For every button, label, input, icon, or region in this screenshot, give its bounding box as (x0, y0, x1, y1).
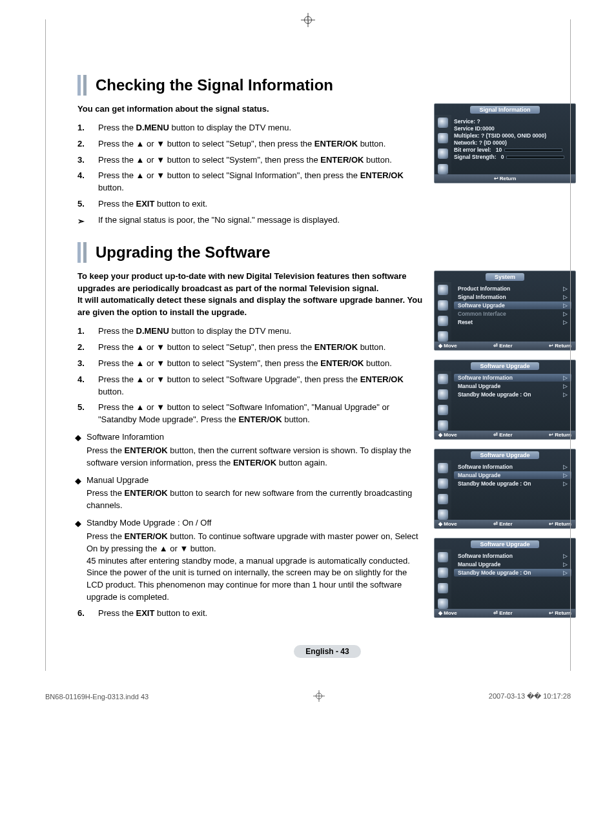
osd-title: Software Upgrade (471, 451, 539, 459)
osd-side-icon (438, 164, 448, 174)
steps-list-2: 1.Press the D.MENU button to display the… (77, 325, 425, 426)
registration-mark-top (0, 13, 616, 30)
step: Press the D.MENU button to display the D… (98, 123, 291, 132)
steps-list-2b: 6.Press the EXIT button to exit. (77, 608, 425, 620)
note-text: If the signal status is poor, the "No si… (98, 215, 340, 225)
step: Press the EXIT button to exit. (98, 608, 207, 618)
osd-signal-info: Signal Information Service: ? Service ID… (434, 103, 576, 183)
osd-menu-item: Manual Upgrade▷ (454, 471, 571, 479)
osd-help-bar: ◆ Move⏎ Enter↩ Return (435, 431, 575, 439)
page-number: English - 43 (77, 645, 577, 658)
osd-help-bar: ◆ Move⏎ Enter↩ Return (435, 342, 575, 350)
section-heading-upgrade: Upgrading the Software (77, 242, 577, 263)
osd-menu-item: Software Information▷ (454, 552, 571, 560)
osd-signal-strength: Signal Strength: 0 (454, 154, 571, 160)
osd-menu-item: Standby Mode upgrade : On▷ (454, 391, 571, 398)
footer-timestamp: 2007-03-13 �� 10:17:28 (489, 692, 571, 701)
section-heading-signal: Checking the Signal Information (77, 75, 577, 96)
section-title: Checking the Signal Information (96, 76, 333, 94)
step: Press the ▲ or ▼ button to select "Signa… (98, 170, 404, 192)
osd-side-icon (438, 133, 448, 143)
osd-menu-item: Standby Mode upgrade : On▷ (454, 569, 571, 577)
step: Press the ▲ or ▼ button to select "Setup… (98, 139, 385, 149)
osd-line: Multiplex: ? (TSID 0000, ONID 0000) (454, 132, 571, 139)
diamond-icon: ◆ (75, 475, 81, 487)
crop-mark-left (45, 19, 46, 671)
registration-mark-bottom (313, 690, 325, 703)
diamond-icon: ◆ (75, 518, 81, 530)
osd-menu-item: Common Interface▷ (454, 310, 571, 318)
osd-line: Service ID:0000 (454, 125, 571, 132)
step: Press the ▲ or ▼ button to select "Setup… (98, 342, 385, 352)
osd-help-bar: ↩ Return (435, 174, 575, 183)
sub-body: Press the ENTER/OK button. To continue s… (77, 531, 425, 604)
osd-menu-item: Reset▷ (454, 318, 571, 326)
sub-title: Standby Mode Upgrade : On / Off (87, 518, 211, 528)
osd-system-menu: System Product Information▷Signal Inform… (434, 271, 576, 351)
sub-body: Press the ENTER/OK button to search for … (77, 487, 425, 512)
step: Press the ▲ or ▼ button to select "Syste… (98, 358, 392, 368)
osd-side-icon (438, 149, 448, 159)
osd-menu-item: Signal Information▷ (454, 293, 571, 301)
osd-menu-item: Software Information▷ (454, 374, 571, 382)
osd-help-bar: ◆ Move⏎ Enter↩ Return (435, 520, 575, 528)
osd-title: Signal Information (470, 106, 539, 114)
osd-title: System (486, 273, 524, 281)
intro-text: To keep your product up-to-date with new… (77, 271, 425, 319)
intro-text: You can get information about the signal… (77, 103, 425, 116)
osd-line: Service: ? (454, 118, 571, 125)
osd-title: Software Upgrade (471, 540, 539, 548)
osd-side-icon (438, 118, 448, 128)
note-icon: ➣ (77, 216, 85, 228)
osd-menu-item: Software Upgrade▷ (454, 302, 571, 309)
osd-bit-error: Bit error level: 10 (454, 147, 571, 153)
sub-title: Manual Upgrade (87, 475, 149, 485)
step: Press the EXIT button to exit. (98, 199, 207, 209)
step: Press the ▲ or ▼ button to select "Syste… (98, 155, 392, 165)
sub-title: Software Inforamtion (87, 432, 164, 442)
osd-menu-item: Software Information▷ (454, 463, 571, 471)
osd-menu-item: Product Information▷ (454, 285, 571, 292)
sub-body: Press the ENTER/OK button, then the curr… (77, 445, 425, 469)
step: Press the ▲ or ▼ button to select "Softw… (98, 402, 389, 424)
osd-menu-item: Standby Mode upgrade : On▷ (454, 480, 571, 487)
osd-help-bar: ◆ Move⏎ Enter↩ Return (435, 609, 575, 617)
steps-list-1: 1.Press the D.MENU button to display the… (77, 122, 425, 210)
osd-software-upgrade-3: Software Upgrade Software Information▷Ma… (434, 538, 576, 618)
footer-filename: BN68-01169H-Eng-0313.indd 43 (45, 693, 149, 701)
section-title: Upgrading the Software (96, 243, 271, 261)
osd-menu-item: Manual Upgrade▷ (454, 560, 571, 568)
osd-software-upgrade-1: Software Upgrade Software Information▷Ma… (434, 360, 576, 440)
step: Press the D.MENU button to display the D… (98, 326, 291, 336)
osd-line: Network: ? (ID 0000) (454, 139, 571, 146)
osd-title: Software Upgrade (471, 362, 539, 370)
step: Press the ▲ or ▼ button to select "Softw… (98, 374, 404, 396)
diamond-icon: ◆ (75, 432, 81, 444)
osd-software-upgrade-2: Software Upgrade Software Information▷Ma… (434, 449, 576, 529)
osd-menu-item: Manual Upgrade▷ (454, 382, 571, 390)
crop-mark-right (570, 19, 571, 671)
